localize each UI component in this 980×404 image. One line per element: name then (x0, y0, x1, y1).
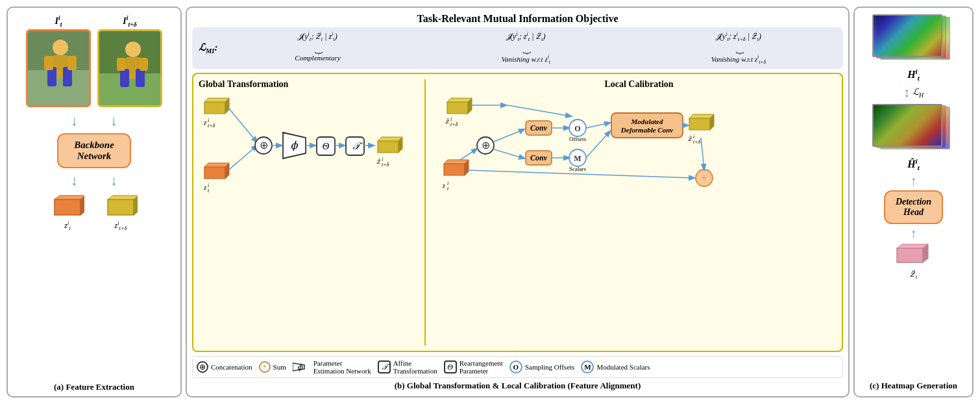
svg-text:+: + (701, 172, 707, 183)
sum-label: Sum (273, 363, 286, 371)
svg-marker-19 (108, 199, 134, 215)
global-title: Global Transformation (199, 79, 419, 90)
svg-text:t: t (208, 188, 210, 194)
arrow-to-ztilde: ↑ (911, 226, 917, 241)
panel-b: Task-Relevant Mutual Information Objecti… (186, 6, 850, 398)
panel-a-caption: (a) Feature Extraction (54, 378, 134, 392)
svg-text:z: z (203, 183, 207, 191)
ztilde-box (894, 243, 933, 269)
legend-area: ⊕ Concatenation + Sum ϕ ParameterEstimat… (192, 356, 843, 378)
legend-phi: ϕ ParameterEstimation Network (293, 359, 371, 375)
lh-area: ↕ ℒH (903, 85, 924, 100)
svg-point-2 (53, 40, 68, 55)
panel-b-caption: (b) Global Transformation & Local Calibr… (192, 381, 843, 391)
img1-frame (26, 29, 91, 107)
transform-area: Global Transformation z i t+δ (192, 73, 843, 352)
theta-icon: Θ (444, 360, 457, 373)
svg-text:Θ: Θ (323, 141, 330, 151)
panel-a: Iit Iit+δ (6, 6, 182, 398)
panel-c: Hit ↕ ℒH Ĥit ↑ DetectionHead ↑ (853, 6, 974, 398)
svg-text:t+δ: t+δ (450, 121, 458, 127)
img2-frame (97, 29, 162, 107)
svg-point-10 (125, 42, 141, 57)
svg-marker-54 (447, 102, 468, 114)
arrow2: ↓ (110, 112, 117, 129)
mi-term2-sub: Vanishing w.r.t zit (501, 54, 550, 65)
feature-boxes: zit zit+δ (51, 194, 138, 231)
mi-term1: 𝒥(yit; z̃it | zit) ⏟ Complementary (295, 31, 340, 62)
feat2-label: zit+δ (115, 220, 127, 231)
image1-container: Iit (26, 14, 91, 107)
legend-theta: Θ RearrangementParameter (444, 359, 503, 375)
legend-M: M Modulated Scalars (581, 360, 650, 373)
detection-head-box: DetectionHead (884, 190, 943, 224)
img2-svg (99, 31, 162, 107)
svg-line-85 (586, 123, 610, 128)
theta-label: RearrangementParameter (459, 359, 503, 375)
backbone-network-box: BackboneNetwork (57, 133, 131, 168)
svg-text:t+δ: t+δ (693, 139, 701, 145)
svg-marker-17 (55, 196, 84, 199)
concat-icon: ⊕ (197, 361, 208, 373)
svg-text:Scalars: Scalars (569, 166, 586, 172)
svg-rect-13 (136, 69, 145, 87)
svg-text:z: z (203, 118, 207, 126)
ht-stack (868, 13, 959, 65)
legend-sum: + Sum (259, 361, 286, 373)
svg-rect-7 (67, 56, 77, 70)
svg-line-34 (228, 108, 257, 142)
svg-rect-87 (611, 113, 683, 138)
ztilde-label: z̃it (910, 269, 917, 280)
svg-text:t+δ: t+δ (382, 162, 389, 168)
hhat-frame-1 (872, 104, 942, 147)
svg-text:t+δ: t+δ (208, 123, 215, 129)
feat1-label: zit (64, 220, 70, 231)
svg-line-86 (586, 131, 610, 158)
backbone-label: BackboneNetwork (74, 140, 114, 161)
concat-label: Concatenation (211, 363, 252, 371)
mi-label: ℒMI: (199, 42, 217, 55)
image2-container: Iit+δ (97, 14, 162, 107)
legend-T: 𝒯 AffineTransformation (378, 359, 437, 375)
main-container: Iit Iit+δ (0, 0, 980, 404)
arrows-to-backbone: ↓ ↓ (71, 112, 117, 129)
svg-text:ϕ: ϕ (291, 140, 299, 151)
svg-text:z̄: z̄ (376, 158, 381, 165)
panel-b-title: Task-Relevant Mutual Information Objecti… (192, 13, 843, 25)
svg-line-100 (701, 138, 704, 170)
mi-term1-brace: ⏟ (315, 42, 320, 53)
svg-marker-28 (204, 167, 225, 179)
svg-text:Modulated: Modulated (631, 118, 663, 125)
arrow4: ↓ (110, 172, 117, 189)
svg-text:ϕ: ϕ (297, 362, 303, 372)
svg-rect-14 (117, 58, 125, 71)
feat2-box (104, 194, 138, 219)
M-icon: M (581, 360, 594, 373)
ztilde-container: z̃it (894, 243, 933, 280)
svg-text:Conv: Conv (530, 123, 548, 133)
arrow3: ↓ (71, 172, 78, 189)
arrow-lh: ↕ (903, 85, 910, 100)
heatmap-frame-1 (872, 14, 942, 57)
svg-marker-20 (108, 196, 138, 199)
svg-marker-16 (55, 199, 80, 215)
svg-marker-22 (204, 102, 225, 114)
img2-label: Iit+δ (123, 14, 137, 27)
legend-O: O Sampling Offsets (509, 360, 575, 373)
mi-term2-brace: ⏟ (523, 42, 528, 53)
mi-term1-sub: Complementary (295, 54, 340, 62)
hhat-stack (868, 103, 959, 155)
phi-label: ParameterEstimation Network (313, 359, 371, 375)
local-title: Local Calibration (441, 79, 837, 90)
svg-text:t: t (447, 186, 449, 192)
svg-text:z̄: z̄ (688, 135, 692, 142)
svg-text:Deformable Conv: Deformable Conv (620, 126, 673, 134)
svg-text:⊕: ⊕ (482, 140, 490, 151)
feat1-box (51, 194, 84, 219)
panel-c-caption: (c) Heatmap Generation (870, 378, 957, 391)
svg-marker-48 (378, 141, 398, 153)
svg-text:z̄: z̄ (445, 118, 450, 125)
mi-term3-brace: ⏟ (736, 42, 741, 53)
svg-line-72 (494, 149, 524, 158)
svg-text:M: M (574, 154, 581, 163)
